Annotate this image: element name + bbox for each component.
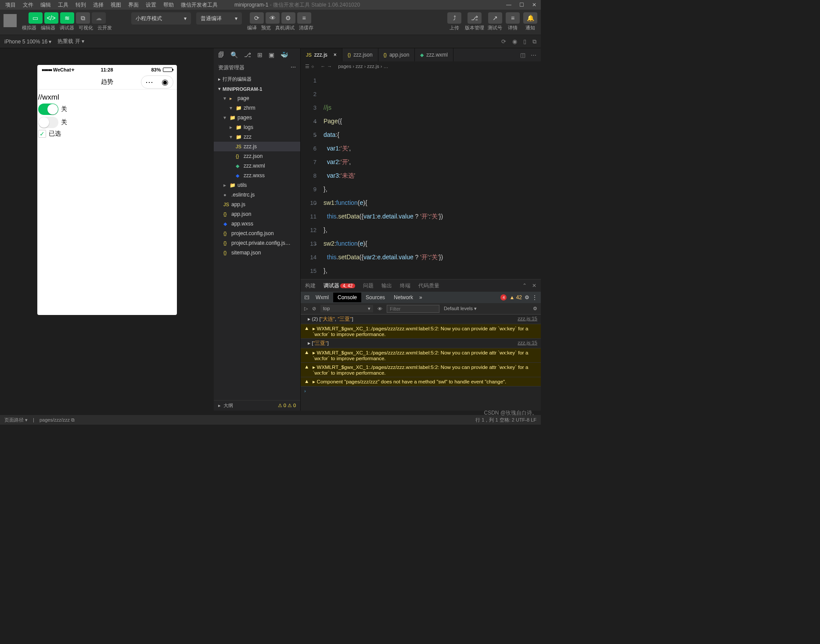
- visual-button[interactable]: ⧉: [76, 12, 90, 24]
- bookmark-icon[interactable]: ⟐: [311, 64, 314, 69]
- console-gear-icon[interactable]: ⚙: [533, 306, 537, 311]
- git-icon[interactable]: ⎇: [244, 51, 251, 58]
- inspect-icon[interactable]: ⮹: [304, 294, 309, 301]
- devtab-Wxml[interactable]: Wxml: [311, 293, 333, 302]
- search-icon[interactable]: 🔍: [230, 51, 238, 58]
- hot-reload-toggle[interactable]: 热重载 开 ▾: [58, 38, 84, 45]
- tree-item-project.config.json[interactable]: {}project.config.json: [214, 229, 300, 238]
- panel-tab-调试器[interactable]: 调试器4, 42: [324, 282, 355, 290]
- tree-item-zzz.js[interactable]: JSzzz.js: [214, 142, 300, 151]
- clear-icon[interactable]: ⊘: [312, 306, 316, 311]
- tab-app.json[interactable]: {}app.json: [378, 48, 415, 61]
- panel-tab-代码质量[interactable]: 代码质量: [418, 282, 439, 290]
- checkbox-1[interactable]: ✓: [38, 130, 46, 138]
- panel-tab-问题[interactable]: 问题: [363, 282, 374, 290]
- cloud-button[interactable]: ☁: [92, 12, 106, 24]
- tree-item-app.wxss[interactable]: ◆app.wxss: [214, 219, 300, 229]
- menu-项目[interactable]: 项目: [2, 2, 19, 8]
- levels-select[interactable]: Default levels ▾: [444, 306, 477, 311]
- filter-input[interactable]: [387, 305, 439, 313]
- menu-界面[interactable]: 界面: [125, 2, 142, 8]
- docker-icon[interactable]: 🐳: [281, 51, 288, 58]
- page-path[interactable]: pages/zzz/zzz ⧉: [40, 417, 75, 423]
- menu-微信开发者工具[interactable]: 微信开发者工具: [177, 2, 221, 8]
- play-icon[interactable]: ▷: [304, 306, 308, 311]
- menu-文件[interactable]: 文件: [19, 2, 37, 8]
- menu-帮助[interactable]: 帮助: [160, 2, 177, 8]
- open-editors-section[interactable]: ▸ 打开的编辑器: [214, 74, 300, 84]
- close-icon[interactable]: ✕: [532, 2, 536, 8]
- panel-up-icon[interactable]: ⌃: [522, 283, 527, 289]
- list-icon[interactable]: ☰: [305, 64, 309, 69]
- devtab-Sources[interactable]: Sources: [361, 293, 389, 302]
- maximize-icon[interactable]: ☐: [519, 2, 524, 8]
- upload-button[interactable]: ⤴: [447, 12, 461, 24]
- ext-icon[interactable]: ⊞: [257, 51, 263, 58]
- compile-dropdown[interactable]: 普通编译▾: [196, 12, 242, 25]
- devtab-Console[interactable]: Console: [333, 293, 361, 302]
- tab-zzz.json[interactable]: {}zzz.json: [342, 48, 378, 61]
- gear-icon[interactable]: ⚙: [525, 294, 529, 301]
- split-icon[interactable]: ◫: [520, 52, 525, 58]
- tree-item-app.json[interactable]: {}app.json: [214, 209, 300, 219]
- more-icon[interactable]: ⋯: [291, 64, 296, 72]
- tree-item-pages[interactable]: ▾📁pages: [214, 113, 300, 122]
- kebab-icon[interactable]: ⋮: [532, 294, 537, 301]
- windows-icon[interactable]: ⧉: [532, 38, 536, 45]
- tab-zzz.js[interactable]: JSzzz.js×: [301, 48, 342, 61]
- notify-button[interactable]: 🔔: [523, 12, 537, 24]
- devtab-Network[interactable]: Network: [389, 293, 417, 302]
- tree-item-zzz.json[interactable]: {}zzz.json: [214, 151, 300, 161]
- tree-item-project.private.config.js…[interactable]: {}project.private.config.js…: [214, 238, 300, 248]
- switch-1[interactable]: [38, 104, 58, 115]
- files-icon[interactable]: 🗐: [218, 51, 224, 58]
- stop-icon[interactable]: ◉: [512, 38, 517, 45]
- menu-选择[interactable]: 选择: [90, 2, 107, 8]
- more-devtabs[interactable]: »: [419, 294, 422, 301]
- editor-button[interactable]: </>: [44, 12, 58, 24]
- tree-item-utils[interactable]: ▸📁utils: [214, 180, 300, 190]
- box-icon[interactable]: ▣: [269, 51, 274, 58]
- version-button[interactable]: ⎇: [468, 12, 482, 24]
- more-tabs-icon[interactable]: ⋯: [531, 52, 536, 58]
- avatar[interactable]: [4, 14, 17, 27]
- outline-footer[interactable]: ▸ 大纲 ⚠ 0 ⚠ 0: [214, 400, 300, 411]
- tree-item-logs[interactable]: ▸📁logs: [214, 122, 300, 132]
- tree-item-zzz.wxml[interactable]: ◆zzz.wxml: [214, 161, 300, 171]
- forward-icon[interactable]: →: [327, 64, 332, 69]
- switch-2[interactable]: [38, 117, 58, 128]
- test-button[interactable]: ↗: [488, 12, 502, 24]
- page-path-label[interactable]: 页面路径 ▾: [4, 417, 28, 423]
- tree-item-zhrm[interactable]: ▾📁zhrm: [214, 103, 300, 113]
- preview-button[interactable]: 👁: [266, 12, 280, 24]
- error-count[interactable]: 4: [500, 294, 507, 301]
- panel-tab-构建[interactable]: 构建: [305, 282, 316, 290]
- breadcrumb[interactable]: ☰ ⟐ ← → pages › zzz › zzz.js › …: [301, 61, 541, 71]
- panel-tab-输出[interactable]: 输出: [381, 282, 392, 290]
- simulator-button[interactable]: ▭: [29, 12, 43, 24]
- tree-item-zzz.wxss[interactable]: ◆zzz.wxss: [214, 171, 300, 180]
- remote-debug-button[interactable]: ⚙: [281, 12, 295, 24]
- tree-item-.eslintrc.js[interactable]: ●.eslintrc.js: [214, 190, 300, 200]
- menu-视图[interactable]: 视图: [107, 2, 125, 8]
- eye-icon[interactable]: 👁: [378, 306, 382, 311]
- tab-zzz.wxml[interactable]: ◆zzz.wxml: [415, 48, 453, 61]
- tree-item-sitemap.json[interactable]: {}sitemap.json: [214, 248, 300, 258]
- menu-转到[interactable]: 转到: [72, 2, 90, 8]
- menu-设置[interactable]: 设置: [142, 2, 160, 8]
- tree-item-zzz[interactable]: ▾📁zzz: [214, 132, 300, 142]
- tree-item-page[interactable]: ▾▸page: [214, 93, 300, 103]
- menu-工具[interactable]: 工具: [54, 2, 72, 8]
- console-output[interactable]: ▸ (2) ["大连", "三亚"]zzz.js:15▲▸ WXMLRT_$gw…: [301, 315, 541, 411]
- panel-close-icon[interactable]: ✕: [532, 283, 536, 289]
- code-area[interactable]: //jsPage({data:{ var1:'关', var2:'开', var…: [321, 71, 541, 279]
- refresh-icon[interactable]: ⟳: [501, 38, 506, 45]
- capsule-button[interactable]: ⋯◉: [141, 75, 173, 89]
- minimize-icon[interactable]: —: [506, 2, 511, 8]
- clear-cache-button[interactable]: ≡: [297, 12, 311, 24]
- compile-button[interactable]: ⟳: [250, 12, 264, 24]
- back-icon[interactable]: ←: [320, 64, 325, 69]
- menu-编辑[interactable]: 编辑: [37, 2, 54, 8]
- debugger-button[interactable]: ≋: [60, 12, 74, 24]
- mode-dropdown[interactable]: 小程序模式▾: [131, 12, 191, 25]
